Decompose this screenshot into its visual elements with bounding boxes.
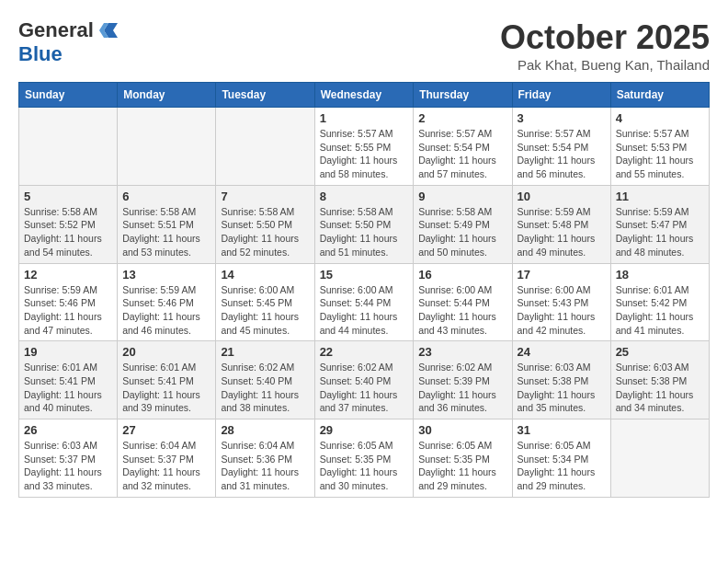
calendar-week-row: 1Sunrise: 5:57 AM Sunset: 5:55 PM Daylig… — [19, 108, 710, 186]
day-info: Sunrise: 5:57 AM Sunset: 5:54 PM Dayligh… — [518, 127, 606, 181]
day-info: Sunrise: 5:59 AM Sunset: 5:46 PM Dayligh… — [122, 283, 210, 338]
calendar-cell: 16Sunrise: 6:00 AM Sunset: 5:44 PM Dayli… — [414, 263, 512, 341]
calendar-cell: 15Sunrise: 6:00 AM Sunset: 5:44 PM Dayli… — [314, 263, 414, 341]
day-number: 13 — [122, 268, 210, 282]
month-title: October 2025 — [500, 18, 710, 57]
day-info: Sunrise: 5:59 AM Sunset: 5:46 PM Dayligh… — [24, 283, 112, 338]
day-info: Sunrise: 5:58 AM Sunset: 5:51 PM Dayligh… — [122, 205, 210, 259]
calendar-cell: 5Sunrise: 5:58 AM Sunset: 5:52 PM Daylig… — [19, 185, 118, 263]
day-info: Sunrise: 5:59 AM Sunset: 5:48 PM Dayligh… — [518, 205, 606, 259]
day-info: Sunrise: 6:00 AM Sunset: 5:44 PM Dayligh… — [320, 283, 409, 338]
day-number: 31 — [518, 423, 606, 437]
day-info: Sunrise: 6:00 AM Sunset: 5:43 PM Dayligh… — [518, 283, 606, 338]
calendar-cell: 2Sunrise: 5:57 AM Sunset: 5:54 PM Daylig… — [414, 108, 512, 186]
calendar-cell: 10Sunrise: 5:59 AM Sunset: 5:48 PM Dayli… — [512, 185, 610, 263]
day-info: Sunrise: 6:01 AM Sunset: 5:41 PM Dayligh… — [24, 361, 112, 415]
day-number: 16 — [418, 268, 506, 282]
calendar-cell: 12Sunrise: 5:59 AM Sunset: 5:46 PM Dayli… — [19, 263, 118, 341]
day-number: 29 — [320, 423, 409, 437]
weekday-header: Saturday — [610, 83, 709, 108]
day-number: 2 — [418, 111, 506, 125]
calendar-cell: 1Sunrise: 5:57 AM Sunset: 5:55 PM Daylig… — [314, 108, 414, 186]
title-block: October 2025 Pak Khat, Bueng Kan, Thaila… — [500, 18, 710, 73]
day-number: 24 — [518, 345, 606, 359]
calendar-cell: 31Sunrise: 6:05 AM Sunset: 5:34 PM Dayli… — [512, 419, 610, 498]
day-info: Sunrise: 5:59 AM Sunset: 5:47 PM Dayligh… — [616, 205, 704, 259]
location: Pak Khat, Bueng Kan, Thailand — [500, 57, 710, 73]
day-info: Sunrise: 6:03 AM Sunset: 5:38 PM Dayligh… — [616, 361, 704, 415]
day-number: 28 — [221, 423, 309, 437]
day-info: Sunrise: 6:05 AM Sunset: 5:35 PM Dayligh… — [320, 439, 409, 493]
day-info: Sunrise: 5:57 AM Sunset: 5:53 PM Dayligh… — [616, 127, 704, 181]
day-info: Sunrise: 5:57 AM Sunset: 5:55 PM Dayligh… — [320, 127, 409, 181]
day-info: Sunrise: 6:02 AM Sunset: 5:40 PM Dayligh… — [320, 361, 409, 415]
calendar-cell: 18Sunrise: 6:01 AM Sunset: 5:42 PM Dayli… — [610, 263, 709, 341]
calendar-cell — [610, 419, 709, 498]
calendar-cell: 3Sunrise: 5:57 AM Sunset: 5:54 PM Daylig… — [512, 108, 610, 186]
calendar-cell: 20Sunrise: 6:01 AM Sunset: 5:41 PM Dayli… — [118, 341, 216, 419]
day-number: 22 — [320, 345, 409, 359]
calendar-cell: 7Sunrise: 5:58 AM Sunset: 5:50 PM Daylig… — [216, 185, 314, 263]
day-number: 5 — [24, 190, 112, 203]
day-number: 6 — [122, 190, 210, 203]
day-number: 11 — [616, 190, 704, 203]
day-info: Sunrise: 5:58 AM Sunset: 5:50 PM Dayligh… — [221, 205, 309, 259]
day-number: 4 — [616, 111, 704, 125]
calendar-cell: 19Sunrise: 6:01 AM Sunset: 5:41 PM Dayli… — [19, 341, 118, 419]
logo: General Blue — [18, 18, 118, 66]
day-info: Sunrise: 6:04 AM Sunset: 5:36 PM Dayligh… — [221, 439, 309, 493]
weekday-header: Wednesday — [314, 83, 414, 108]
calendar-cell — [19, 108, 118, 186]
calendar-week-row: 26Sunrise: 6:03 AM Sunset: 5:37 PM Dayli… — [19, 419, 710, 498]
calendar-cell: 14Sunrise: 6:00 AM Sunset: 5:45 PM Dayli… — [216, 263, 314, 341]
calendar-cell: 21Sunrise: 6:02 AM Sunset: 5:40 PM Dayli… — [216, 341, 314, 419]
weekday-header: Friday — [512, 83, 610, 108]
day-info: Sunrise: 5:58 AM Sunset: 5:50 PM Dayligh… — [320, 205, 409, 259]
day-info: Sunrise: 6:02 AM Sunset: 5:39 PM Dayligh… — [418, 361, 506, 415]
day-info: Sunrise: 6:04 AM Sunset: 5:37 PM Dayligh… — [122, 439, 210, 493]
day-number: 14 — [221, 268, 309, 282]
day-number: 25 — [616, 345, 704, 359]
day-number: 7 — [221, 190, 309, 203]
logo-blue-text: Blue — [18, 42, 63, 66]
day-number: 27 — [122, 423, 210, 437]
page-header: General Blue October 2025 Pak Khat, Buen… — [18, 18, 710, 73]
day-info: Sunrise: 6:03 AM Sunset: 5:38 PM Dayligh… — [518, 361, 606, 415]
day-info: Sunrise: 5:58 AM Sunset: 5:49 PM Dayligh… — [418, 205, 506, 259]
calendar-cell — [216, 108, 314, 186]
calendar-week-row: 12Sunrise: 5:59 AM Sunset: 5:46 PM Dayli… — [19, 263, 710, 341]
day-number: 1 — [320, 111, 409, 125]
weekday-header: Monday — [118, 83, 216, 108]
day-info: Sunrise: 6:02 AM Sunset: 5:40 PM Dayligh… — [221, 361, 309, 415]
day-info: Sunrise: 5:57 AM Sunset: 5:54 PM Dayligh… — [418, 127, 506, 181]
weekday-header: Tuesday — [216, 83, 314, 108]
day-number: 20 — [122, 345, 210, 359]
day-number: 10 — [518, 190, 606, 203]
calendar-cell: 24Sunrise: 6:03 AM Sunset: 5:38 PM Dayli… — [512, 341, 610, 419]
day-number: 21 — [221, 345, 309, 359]
day-number: 15 — [320, 268, 409, 282]
calendar-cell: 11Sunrise: 5:59 AM Sunset: 5:47 PM Dayli… — [610, 185, 709, 263]
calendar-cell: 25Sunrise: 6:03 AM Sunset: 5:38 PM Dayli… — [610, 341, 709, 419]
day-number: 8 — [320, 190, 409, 203]
calendar-cell: 22Sunrise: 6:02 AM Sunset: 5:40 PM Dayli… — [314, 341, 414, 419]
calendar-cell: 9Sunrise: 5:58 AM Sunset: 5:49 PM Daylig… — [414, 185, 512, 263]
calendar-cell: 26Sunrise: 6:03 AM Sunset: 5:37 PM Dayli… — [19, 419, 118, 498]
weekday-header: Sunday — [19, 83, 118, 108]
calendar-cell: 13Sunrise: 5:59 AM Sunset: 5:46 PM Dayli… — [118, 263, 216, 341]
logo-icon — [96, 19, 118, 41]
day-number: 9 — [418, 190, 506, 203]
calendar-cell: 28Sunrise: 6:04 AM Sunset: 5:36 PM Dayli… — [216, 419, 314, 498]
day-info: Sunrise: 6:03 AM Sunset: 5:37 PM Dayligh… — [24, 439, 112, 493]
calendar-cell: 6Sunrise: 5:58 AM Sunset: 5:51 PM Daylig… — [118, 185, 216, 263]
weekday-header-row: SundayMondayTuesdayWednesdayThursdayFrid… — [19, 83, 710, 108]
calendar-cell: 23Sunrise: 6:02 AM Sunset: 5:39 PM Dayli… — [414, 341, 512, 419]
calendar-cell: 27Sunrise: 6:04 AM Sunset: 5:37 PM Dayli… — [118, 419, 216, 498]
logo-general-text: General — [18, 18, 94, 42]
calendar-cell: 29Sunrise: 6:05 AM Sunset: 5:35 PM Dayli… — [314, 419, 414, 498]
day-info: Sunrise: 6:01 AM Sunset: 5:41 PM Dayligh… — [122, 361, 210, 415]
day-number: 18 — [616, 268, 704, 282]
calendar-cell: 30Sunrise: 6:05 AM Sunset: 5:35 PM Dayli… — [414, 419, 512, 498]
day-number: 26 — [24, 423, 112, 437]
calendar-cell — [118, 108, 216, 186]
